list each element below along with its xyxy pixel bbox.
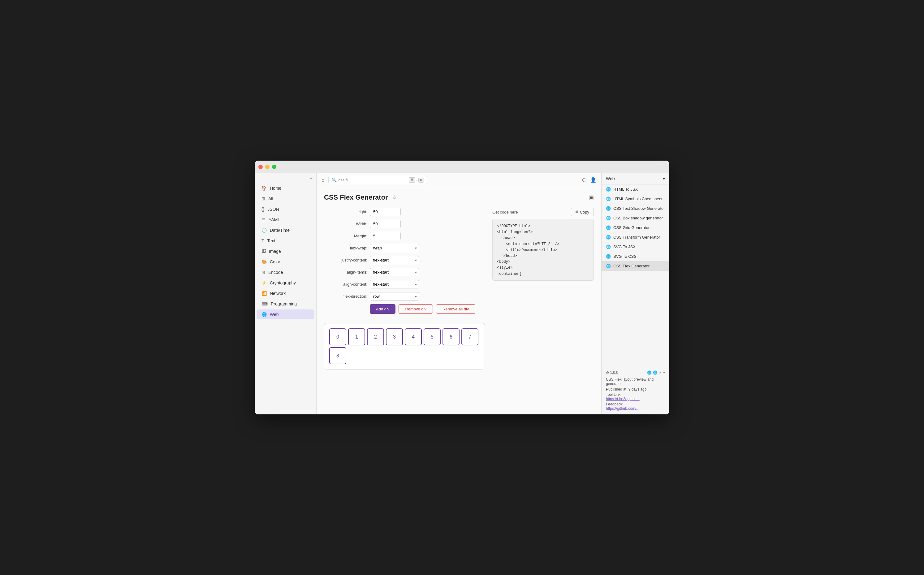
minimize-button[interactable] [265, 165, 270, 169]
code-header: Get code here ⧉ Copy [492, 208, 594, 216]
page-header: CSS Flex Generator ☆ ▣ [324, 194, 594, 202]
footer-tool-link-label: Tool Link: [606, 392, 622, 397]
color-icon: 🎨 [262, 259, 267, 264]
remove-div-button[interactable]: Remove div [398, 304, 433, 314]
align-content-select[interactable]: flex-start flex-end center stretch space… [370, 280, 419, 288]
search-input[interactable] [338, 178, 407, 182]
form-panel: Height: Width: Margin: flex-wrap: [324, 208, 485, 370]
right-panel-item-label: CSS Transform Generator [613, 235, 660, 240]
close-button[interactable] [259, 165, 263, 169]
favorite-icon[interactable]: ☆ [392, 194, 397, 201]
footer-icon-1[interactable]: 🌐 [647, 370, 652, 375]
right-panel-item-css-flex[interactable]: 🌐 CSS Flex Generator [602, 261, 669, 271]
home-icon: 🏠 [262, 186, 267, 191]
titlebar [255, 160, 669, 173]
right-panel-item-svg-jsx[interactable]: 🌐 SVG To JSX [602, 242, 669, 252]
align-content-row: align-content: flex-start flex-end cente… [324, 280, 485, 288]
remove-all-div-button[interactable]: Remove all div [436, 304, 475, 314]
sidebar-item-label: Date/Time [270, 228, 290, 233]
sidebar-item-cryptography[interactable]: ⚡ Cryptography [257, 278, 314, 288]
right-panel: Web ▾ 🌐 HTML To JSX 🌐 HTML Symbols Cheat… [601, 173, 669, 415]
svg-css-icon: 🌐 [606, 254, 611, 259]
flex-item: 1 [348, 328, 365, 345]
user-icon[interactable]: 👤 [590, 177, 596, 183]
footer-tool-link[interactable]: https://t.he3app.co... [606, 397, 665, 401]
flex-preview: 012345678 [324, 323, 485, 370]
sidebar-item-encode[interactable]: ⊡ Encode [257, 267, 314, 277]
code-label: Get code here [492, 210, 518, 214]
right-panel-item-svg-css[interactable]: 🌐 SVG To CSS [602, 252, 669, 261]
main-area: ⌂ 🔍 ⌘ + K ⬡ 👤 CSS Flex [317, 173, 601, 415]
margin-row: Margin: [324, 232, 485, 240]
sidebar-item-text[interactable]: T Text [257, 236, 314, 246]
footer-feedback-link[interactable]: https://github.com/... [606, 406, 665, 411]
right-panel-chevron-icon[interactable]: ▾ [663, 176, 665, 181]
align-items-select[interactable]: flex-start flex-end center stretch basel… [370, 268, 419, 276]
flex-item: 8 [329, 347, 346, 364]
maximize-button[interactable] [272, 165, 276, 169]
css-box-shadow-icon: 🌐 [606, 216, 611, 220]
cryptography-icon: ⚡ [262, 280, 267, 285]
layout-toggle-icon[interactable]: ▣ [589, 194, 594, 201]
width-row: Width: [324, 220, 485, 228]
flex-wrap-label: flex-wrap: [324, 246, 367, 250]
flex-item: 5 [424, 328, 441, 345]
flex-direction-select[interactable]: row row-reverse column column-reverse [370, 292, 419, 300]
right-panel-item-html-jsx[interactable]: 🌐 HTML To JSX [602, 184, 669, 194]
right-panel-item-label: HTML To JSX [613, 187, 638, 192]
sidebar-item-label: Image [269, 249, 281, 254]
footer-feedback-label: Feedback: [606, 402, 623, 406]
margin-label: Margin: [324, 233, 367, 238]
share-icon[interactable]: ⬡ [582, 177, 586, 183]
sidebar-item-label: Home [270, 186, 281, 191]
right-panel-item-css-text-shadow[interactable]: 🌐 CSS Text Shadow Generator [602, 203, 669, 213]
sidebar-item-home[interactable]: 🏠 Home [257, 183, 314, 193]
height-input[interactable] [370, 208, 401, 216]
sidebar-item-json[interactable]: {} JSON [257, 204, 314, 214]
sidebar-item-yaml[interactable]: ☰ YAML [257, 215, 314, 225]
flex-direction-select-wrapper: row row-reverse column column-reverse [370, 292, 419, 300]
sidebar-item-network[interactable]: 📶 Network [257, 288, 314, 298]
sidebar-item-web[interactable]: 🌐 Web [257, 310, 314, 319]
sidebar-item-label: Text [267, 238, 275, 243]
right-panel-item-css-transform[interactable]: 🌐 CSS Transform Generator [602, 232, 669, 242]
code-panel: Get code here ⧉ Copy <!DOCTYPE html> <ht… [492, 208, 594, 370]
sidebar-collapse-button[interactable]: « [255, 173, 316, 183]
image-icon: 🖼 [262, 249, 266, 254]
footer-icon-3[interactable]: ✓ [659, 370, 662, 375]
copy-button[interactable]: ⧉ Copy [571, 208, 594, 216]
right-panel-item-css-box-shadow[interactable]: 🌐 CSS Box shadow generator [602, 213, 669, 223]
add-div-button[interactable]: Add div [370, 304, 395, 314]
search-box[interactable]: 🔍 ⌘ + K [328, 176, 427, 184]
json-icon: {} [262, 207, 264, 212]
code-box[interactable]: <!DOCTYPE html> <html lang="en"> <head> … [492, 219, 594, 281]
flex-item: 3 [386, 328, 403, 345]
css-grid-icon: 🌐 [606, 225, 611, 230]
margin-input[interactable] [370, 232, 401, 240]
footer-chevron-icon[interactable]: ▾ [663, 370, 665, 375]
cmd-key: ⌘ [409, 177, 415, 183]
sidebar-item-datetime[interactable]: 🕐 Date/Time [257, 225, 314, 235]
sidebar-item-programming[interactable]: ⌨ Programming [257, 299, 314, 309]
right-panel-item-label: HTML Symbols Cheatsheet [613, 197, 662, 201]
svg-jsx-icon: 🌐 [606, 245, 611, 249]
right-panel-item-html-symbols[interactable]: 🌐 HTML Symbols Cheatsheet [602, 194, 669, 203]
width-input[interactable] [370, 220, 401, 228]
sidebar-item-label: Cryptography [270, 280, 296, 285]
height-row: Height: [324, 208, 485, 216]
justify-content-select[interactable]: flex-start flex-end center space-between… [370, 256, 419, 264]
content-area: « 🏠 Home ⊞ All {} JSON ☰ YAML 🕐 Date/Tim… [255, 173, 669, 415]
home-nav-icon[interactable]: ⌂ [322, 177, 325, 183]
web-icon: 🌐 [262, 312, 267, 317]
sidebar-item-label: YAML [268, 217, 280, 222]
button-row: Add div Remove div Remove all div [324, 304, 485, 314]
sidebar-item-image[interactable]: 🖼 Image [257, 246, 314, 256]
sidebar-item-all[interactable]: ⊞ All [257, 194, 314, 203]
footer-icon-2[interactable]: 🌐 [653, 370, 657, 375]
flex-wrap-select[interactable]: wrap nowrap wrap-reverse [370, 244, 419, 252]
html-jsx-icon: 🌐 [606, 187, 611, 192]
sidebar-item-label: Color [270, 259, 280, 264]
right-panel-item-css-grid[interactable]: 🌐 CSS Grid Generator [602, 223, 669, 232]
align-content-label: align-content: [324, 282, 367, 287]
sidebar-item-color[interactable]: 🎨 Color [257, 257, 314, 267]
